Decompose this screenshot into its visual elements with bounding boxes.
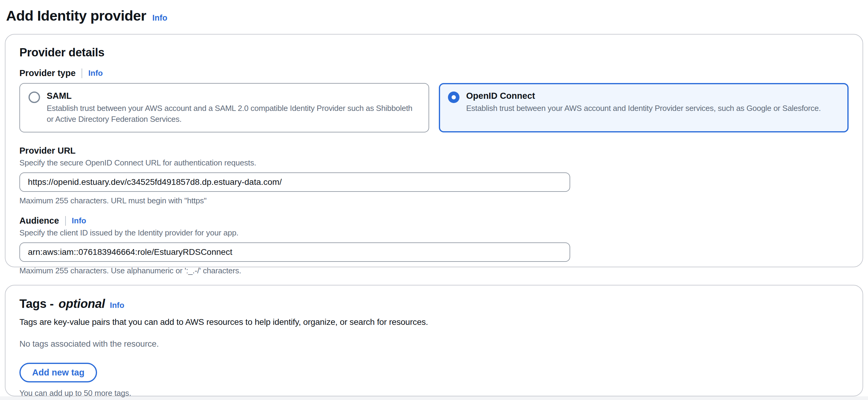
tile-saml[interactable]: SAML Establish trust between your AWS ac… xyxy=(20,83,429,132)
tags-empty-text: No tags associated with the resource. xyxy=(20,339,848,349)
page-header: Add Identity provider Info xyxy=(0,0,868,34)
provider-type-tiles: SAML Establish trust between your AWS ac… xyxy=(20,83,848,132)
provider-type-label-row: Provider type Info xyxy=(20,68,848,78)
provider-type-info-link[interactable]: Info xyxy=(88,68,103,78)
tags-heading-text: Tags - xyxy=(20,297,54,310)
add-new-tag-button[interactable]: Add new tag xyxy=(20,363,97,382)
provider-details-panel: Provider details Provider type Info SAML… xyxy=(5,34,863,267)
provider-url-input[interactable] xyxy=(20,172,570,192)
tags-info-link[interactable]: Info xyxy=(110,301,124,310)
tags-description: Tags are key-value pairs that you can ad… xyxy=(20,317,848,327)
radio-openid-selected-icon[interactable] xyxy=(448,92,460,103)
tile-saml-title: SAML xyxy=(47,91,420,101)
audience-info-link[interactable]: Info xyxy=(72,216,87,226)
provider-details-heading: Provider details xyxy=(20,46,848,59)
tile-saml-description: Establish trust between your AWS account… xyxy=(47,103,420,125)
label-info-divider xyxy=(82,68,82,78)
provider-url-constraint: Maximum 255 characters. URL must begin w… xyxy=(20,196,848,205)
tags-heading-optional: optional xyxy=(59,297,105,310)
page-title: Add Identity provider xyxy=(6,7,146,24)
audience-constraint: Maximum 255 characters. Use alphanumeric… xyxy=(20,266,848,275)
provider-type-label: Provider type xyxy=(20,68,75,78)
tags-heading: Tags - optional Info xyxy=(20,297,848,310)
tile-openid-title: OpenID Connect xyxy=(466,91,821,101)
audience-field: Audience Info Specify the client ID issu… xyxy=(20,216,848,275)
radio-saml-unselected-icon[interactable] xyxy=(29,92,40,103)
provider-url-label-row: Provider URL xyxy=(20,146,848,156)
audience-label-row: Audience Info xyxy=(20,216,848,226)
tile-openid-description: Establish trust between your AWS account… xyxy=(466,103,821,114)
audience-label: Audience xyxy=(20,216,59,226)
tile-openid-connect[interactable]: OpenID Connect Establish trust between y… xyxy=(439,83,848,132)
label-info-divider xyxy=(65,216,66,226)
audience-input[interactable] xyxy=(20,242,570,262)
provider-url-field: Provider URL Specify the secure OpenID C… xyxy=(20,146,848,205)
provider-url-label: Provider URL xyxy=(20,146,75,156)
page-title-info-link[interactable]: Info xyxy=(152,13,167,23)
provider-url-description: Specify the secure OpenID Connect URL fo… xyxy=(20,158,848,168)
audience-description: Specify the client ID issued by the Iden… xyxy=(20,228,848,238)
tile-openid-content: OpenID Connect Establish trust between y… xyxy=(466,91,821,114)
tile-saml-content: SAML Establish trust between your AWS ac… xyxy=(47,91,420,125)
tags-panel: Tags - optional Info Tags are key-value … xyxy=(5,285,863,396)
